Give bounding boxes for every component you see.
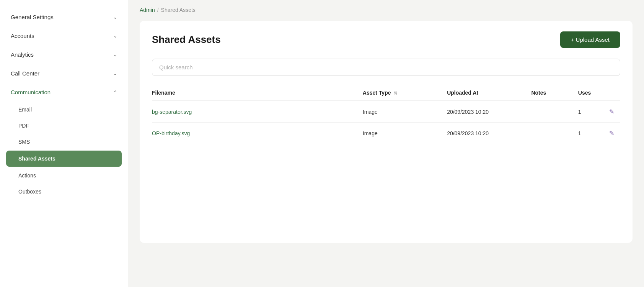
sort-icon: ⇅ bbox=[394, 91, 397, 96]
cell-notes bbox=[531, 123, 578, 144]
cell-filename: bg-separator.svg bbox=[152, 101, 363, 123]
filename-link[interactable]: OP-birthday.svg bbox=[152, 130, 190, 136]
chevron-down-icon: ⌄ bbox=[113, 33, 117, 39]
assets-table: Filename Asset Type ⇅ Uploaded At Notes bbox=[152, 85, 620, 144]
cell-asset-type: Image bbox=[363, 123, 447, 144]
sidebar-item-general-settings[interactable]: General Settings ⌄ bbox=[0, 8, 128, 26]
sidebar-item-accounts[interactable]: Accounts ⌄ bbox=[0, 26, 128, 45]
breadcrumb: Admin / Shared Assets bbox=[140, 0, 633, 21]
sidebar-item-pdf[interactable]: PDF bbox=[0, 118, 128, 134]
breadcrumb-current: Shared Assets bbox=[161, 7, 196, 13]
sidebar-item-call-center[interactable]: Call Center ⌄ bbox=[0, 64, 128, 83]
table-row: bg-separator.svg Image 20/09/2023 10:20 … bbox=[152, 101, 620, 123]
communication-sub-menu: Email PDF SMS Shared Assets Actions Outb… bbox=[0, 102, 128, 200]
cell-filename: OP-birthday.svg bbox=[152, 123, 363, 144]
content-header: Shared Assets + Upload Asset bbox=[152, 31, 620, 48]
col-header-row-actions bbox=[602, 85, 620, 101]
filename-link[interactable]: bg-separator.svg bbox=[152, 109, 192, 115]
chevron-down-icon: ⌄ bbox=[113, 52, 117, 57]
sidebar-item-email[interactable]: Email bbox=[0, 102, 128, 118]
search-bar-wrapper bbox=[152, 59, 620, 76]
table-header: Filename Asset Type ⇅ Uploaded At Notes bbox=[152, 85, 620, 101]
cell-uploaded-at: 20/09/2023 10:20 bbox=[447, 123, 531, 144]
sidebar-item-label: Communication bbox=[11, 89, 51, 95]
col-header-notes: Notes bbox=[531, 85, 578, 101]
sidebar-item-label: Analytics bbox=[11, 51, 34, 58]
breadcrumb-separator: / bbox=[157, 7, 159, 13]
breadcrumb-admin-link[interactable]: Admin bbox=[140, 7, 155, 13]
sidebar-item-communication[interactable]: Communication ⌃ bbox=[0, 83, 128, 102]
cell-row-action: ✎ bbox=[602, 123, 620, 144]
page-title: Shared Assets bbox=[152, 34, 221, 46]
upload-asset-button[interactable]: + Upload Asset bbox=[560, 31, 620, 48]
cell-row-action: ✎ bbox=[602, 101, 620, 123]
col-header-uploaded-at: Uploaded At bbox=[447, 85, 531, 101]
edit-icon[interactable]: ✎ bbox=[609, 108, 614, 115]
sidebar-item-label: General Settings bbox=[11, 14, 54, 20]
sidebar-item-shared-assets[interactable]: Shared Assets bbox=[6, 151, 122, 167]
main-content: Admin / Shared Assets Shared Assets + Up… bbox=[128, 0, 644, 287]
col-header-uses: Uses bbox=[578, 85, 602, 101]
table-body: bg-separator.svg Image 20/09/2023 10:20 … bbox=[152, 101, 620, 144]
edit-icon[interactable]: ✎ bbox=[609, 130, 614, 136]
content-card: Shared Assets + Upload Asset Filename As… bbox=[140, 21, 633, 243]
sidebar-item-analytics[interactable]: Analytics ⌄ bbox=[0, 45, 128, 64]
cell-notes bbox=[531, 101, 578, 123]
search-input[interactable] bbox=[152, 59, 620, 76]
sidebar-item-label: Call Center bbox=[11, 70, 39, 77]
col-header-asset-type[interactable]: Asset Type ⇅ bbox=[363, 85, 447, 101]
sidebar-item-outboxes[interactable]: Outboxes bbox=[0, 184, 128, 200]
chevron-up-icon: ⌃ bbox=[113, 90, 117, 95]
table-row: OP-birthday.svg Image 20/09/2023 10:20 1… bbox=[152, 123, 620, 144]
chevron-down-icon: ⌄ bbox=[113, 71, 117, 76]
cell-uploaded-at: 20/09/2023 10:20 bbox=[447, 101, 531, 123]
sidebar: General Settings ⌄ Accounts ⌄ Analytics … bbox=[0, 0, 128, 287]
col-header-filename: Filename bbox=[152, 85, 363, 101]
sidebar-item-label: Accounts bbox=[11, 33, 34, 39]
cell-asset-type: Image bbox=[363, 101, 447, 123]
sidebar-item-sms[interactable]: SMS bbox=[0, 134, 128, 150]
cell-uses: 1 bbox=[578, 101, 602, 123]
chevron-down-icon: ⌄ bbox=[113, 15, 117, 20]
cell-uses: 1 bbox=[578, 123, 602, 144]
sidebar-item-actions[interactable]: Actions bbox=[0, 167, 128, 184]
